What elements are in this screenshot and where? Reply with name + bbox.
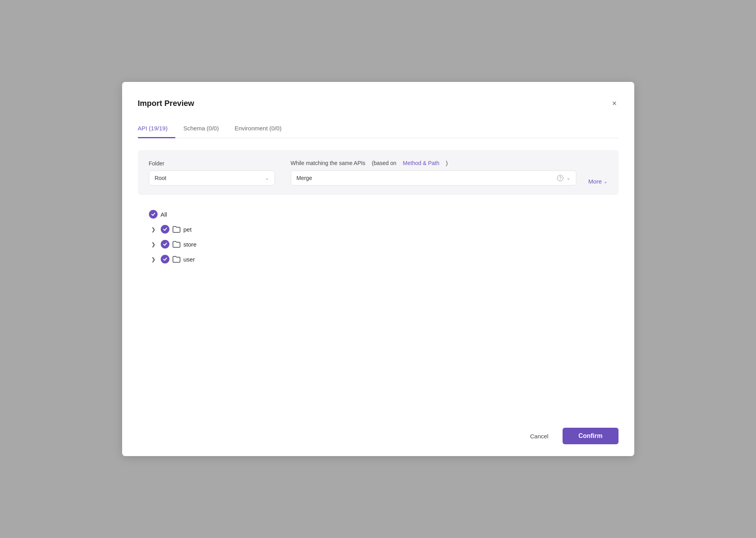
tab-bar: API (19/19) Schema (0/0) Environment (0/… xyxy=(138,121,619,138)
tree-toggle-pet[interactable]: ❯ xyxy=(150,225,158,233)
help-icon[interactable]: ? xyxy=(557,175,563,181)
merge-select[interactable]: Merge ? ⌄ xyxy=(291,171,577,186)
close-button[interactable]: × xyxy=(611,98,619,109)
more-chevron-down-icon: ⌄ xyxy=(604,179,607,184)
checkbox-all[interactable] xyxy=(149,210,158,219)
tree-item-user: ❯ user xyxy=(138,252,619,267)
checkbox-pet[interactable] xyxy=(161,225,169,234)
folder-user-icon xyxy=(173,255,180,263)
match-label-prefix: While matching the same APIs xyxy=(291,160,366,166)
tree-user-label: user xyxy=(184,256,195,263)
cancel-button[interactable]: Cancel xyxy=(522,429,556,443)
folder-select-value: Root xyxy=(155,175,262,181)
tree-item-all: All xyxy=(138,207,619,222)
api-tree: All ❯ pet ❯ xyxy=(138,207,619,412)
match-label-suffix: ) xyxy=(446,160,448,166)
tree-toggle-placeholder xyxy=(138,210,146,218)
method-path-link[interactable]: Method & Path xyxy=(403,160,440,166)
match-label-based-on: (based on xyxy=(372,160,396,166)
tree-item-pet: ❯ pet xyxy=(138,222,619,237)
folder-pet-icon xyxy=(173,225,180,233)
match-config-right: While matching the same APIs (based on M… xyxy=(291,160,607,186)
tree-store-label: store xyxy=(184,241,197,248)
folder-select[interactable]: Root ⌄ xyxy=(149,171,275,186)
tab-environment[interactable]: Environment (0/0) xyxy=(234,121,289,138)
tree-all-label: All xyxy=(161,211,167,218)
dialog-header: Import Preview × xyxy=(138,98,619,109)
tab-schema[interactable]: Schema (0/0) xyxy=(183,121,227,138)
tab-api[interactable]: API (19/19) xyxy=(138,121,176,138)
merge-select-value: Merge xyxy=(297,175,557,181)
tree-toggle-user[interactable]: ❯ xyxy=(150,255,158,263)
checkbox-store[interactable] xyxy=(161,240,169,249)
match-label-row: While matching the same APIs (based on M… xyxy=(291,160,577,167)
dialog-title: Import Preview xyxy=(138,99,194,108)
folder-field: Folder Root ⌄ xyxy=(149,160,275,186)
folder-store-icon xyxy=(173,240,180,248)
folder-label: Folder xyxy=(149,160,275,167)
tree-item-store: ❯ store xyxy=(138,237,619,252)
more-button[interactable]: More ⌄ xyxy=(588,178,607,186)
match-field: While matching the same APIs (based on M… xyxy=(291,160,577,186)
folder-chevron-down-icon: ⌄ xyxy=(265,175,269,181)
tree-toggle-store[interactable]: ❯ xyxy=(150,240,158,248)
tree-pet-label: pet xyxy=(184,226,192,233)
config-section: Folder Root ⌄ While matching the same AP… xyxy=(138,150,619,195)
import-preview-dialog: Import Preview × API (19/19) Schema (0/0… xyxy=(122,82,634,456)
merge-chevron-down-icon: ⌄ xyxy=(567,175,570,181)
checkbox-user[interactable] xyxy=(161,255,169,263)
confirm-button[interactable]: Confirm xyxy=(563,428,618,444)
dialog-footer: Cancel Confirm xyxy=(138,412,619,444)
